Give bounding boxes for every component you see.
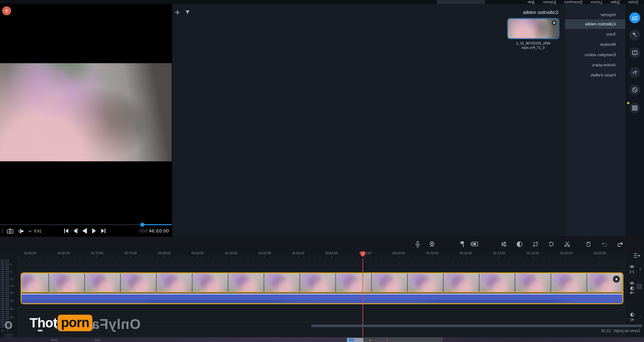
audio-track-mute-icon[interactable]: [630, 312, 634, 317]
next-frame-icon[interactable]: [73, 228, 77, 233]
video-clip[interactable]: ★: [21, 272, 623, 304]
seek-knob[interactable]: [141, 223, 144, 226]
lane-divider: [19, 271, 625, 272]
add-media-icon[interactable]: [175, 10, 180, 15]
sidebar-item-arriere-plans[interactable]: Arrière-plans: [565, 60, 625, 70]
thumbnail-filename-line1: WIN_20220708_22_5: [501, 41, 565, 45]
timeline-ruler[interactable]: 00:00:0000:00:3000:01:0000:01:3000:02:00…: [19, 251, 625, 258]
media-collection-panel: Collection média ✓ WIN_20220708_22_5 0_2…: [172, 4, 565, 237]
video-track-mute-icon[interactable]: [630, 286, 634, 291]
preview-panel: 00:03:34.500 16:9 ⋮: [0, 4, 172, 237]
menu-editer[interactable]: Éditer: [610, 0, 620, 4]
skip-end-icon[interactable]: [64, 228, 69, 233]
media-library-icon[interactable]: [629, 12, 640, 23]
titles-icon[interactable]: TT: [629, 67, 640, 78]
video-frame: [0, 63, 172, 161]
panel-title: Collection média: [523, 10, 558, 15]
media-nav-panel: Importer Collection média Sons Musique E…: [565, 4, 625, 237]
audio-track-wave-icon[interactable]: [629, 318, 634, 321]
split-scissors-icon[interactable]: [564, 241, 571, 248]
help-button[interactable]: ?: [2, 6, 11, 15]
media-thumbnail[interactable]: ✓: [507, 18, 559, 39]
add-track-icon[interactable]: [633, 253, 640, 258]
ruler-timestamp: 00:01:30: [493, 251, 506, 255]
redo-icon[interactable]: [601, 241, 608, 248]
site-watermark-text: OnlyFans.co: [53, 316, 141, 332]
meter-channel-right-label: R: [2, 329, 4, 332]
meter-scale-label: -30: [10, 299, 18, 302]
effects-grid-icon[interactable]: [629, 103, 640, 113]
prev-frame-icon[interactable]: [92, 228, 96, 233]
skip-start-icon[interactable]: [101, 228, 106, 233]
menu-fichier[interactable]: Fichier: [628, 0, 638, 4]
ruler-timestamp: 00:05:00: [259, 251, 271, 255]
site-watermark-partial: o: [4, 316, 13, 332]
timeline-horizontal-scrollbar[interactable]: [311, 325, 642, 327]
more-options-icon[interactable]: ⋮: [0, 228, 5, 233]
track1-link-icon[interactable]: [629, 270, 634, 274]
mirrored-app-layer: Fichier Éditer Lecture Paramètres Export…: [0, 0, 644, 342]
sidebar-item-packs-effets[interactable]: Packs d'effets: [565, 70, 625, 80]
app-window: Fichier Éditer Lecture Paramètres Export…: [0, 0, 644, 342]
menu-exporter[interactable]: Exporter: [543, 0, 556, 4]
ruler-timestamp: 00:03:00: [393, 251, 405, 255]
menu-aide[interactable]: Aide: [528, 0, 534, 4]
split-screen-icon[interactable]: [629, 47, 640, 58]
delete-icon[interactable]: [585, 241, 592, 248]
thumbnail-image: [508, 19, 559, 38]
clip-effect-star-icon: ★: [613, 276, 620, 283]
ruler-timestamp: 00:00:30: [560, 251, 573, 255]
undo-icon[interactable]: [617, 241, 624, 248]
meter-scale-label: -5: [10, 270, 18, 273]
crop-icon[interactable]: [532, 241, 539, 248]
neon-heart-decor: [27, 67, 79, 118]
notification-dot: [627, 102, 629, 104]
playback-time: 00:03:34.500: [139, 228, 169, 233]
webcam-icon[interactable]: [428, 241, 435, 248]
marker-flag-icon[interactable]: [458, 241, 465, 248]
aspect-ratio-label[interactable]: 16:9: [34, 229, 42, 233]
play-icon[interactable]: [82, 228, 88, 234]
meter-scale-label: -15: [10, 284, 18, 287]
chevron-down-icon[interactable]: [28, 229, 31, 232]
sidebar-item-musique[interactable]: Musique: [565, 40, 625, 49]
menu-parametres[interactable]: Paramètres: [564, 0, 582, 4]
sidebar-item-importer[interactable]: Importer: [565, 10, 625, 20]
lane-divider: [19, 307, 625, 307]
seek-bar[interactable]: [0, 224, 172, 225]
ruler-timestamp: 00:06:00: [191, 251, 204, 255]
sidebar-item-exemples-videos[interactable]: Exemples vidéos: [565, 50, 625, 60]
menu-lecture[interactable]: Lecture: [591, 0, 602, 4]
clip-audio-section: [22, 294, 622, 303]
left-icon-rail: TT: [625, 4, 644, 237]
ruler-timestamp: 00:05:30: [225, 251, 237, 255]
track1-visibility-icon[interactable]: [629, 265, 634, 269]
transitions-icon[interactable]: [629, 84, 640, 95]
magic-wand-icon[interactable]: [629, 30, 640, 40]
sidebar-item-sons[interactable]: Sons: [565, 30, 625, 39]
titlebar-highlight: [437, 0, 485, 4]
audio-track-icon: ♪: [640, 314, 642, 319]
in-timeline-check-icon: ✓: [509, 33, 513, 38]
ruler-timestamp: 00:04:30: [292, 251, 304, 255]
screen-record-icon[interactable]: [471, 241, 478, 248]
adjust-sliders-icon[interactable]: [500, 241, 507, 248]
ruler-timestamp: 00:01:00: [527, 251, 539, 255]
thumbnail-play-icon[interactable]: [552, 20, 557, 25]
ruler-timestamp: 00:08:30: [24, 251, 36, 255]
snapshot-camera-icon[interactable]: [7, 228, 13, 234]
sidebar-item-collection-media[interactable]: Collection média: [565, 19, 625, 29]
video-track-visibility-icon[interactable]: [629, 281, 634, 285]
speaker-icon[interactable]: [17, 228, 24, 234]
question-mark-icon: ?: [5, 8, 8, 14]
filter-icon[interactable]: [185, 10, 190, 15]
video-track-icon: [636, 284, 642, 289]
microphone-icon[interactable]: [414, 241, 421, 248]
ruler-timestamp: 00:08:00: [57, 251, 70, 255]
rotate-icon[interactable]: [548, 241, 555, 248]
video-track-arrow-icon[interactable]: [629, 291, 634, 295]
ruler-timestamp: 00:06:30: [158, 251, 170, 255]
audio-waveform: [22, 300, 622, 303]
transport-controls: [64, 228, 106, 234]
speed-icon[interactable]: [516, 241, 523, 248]
